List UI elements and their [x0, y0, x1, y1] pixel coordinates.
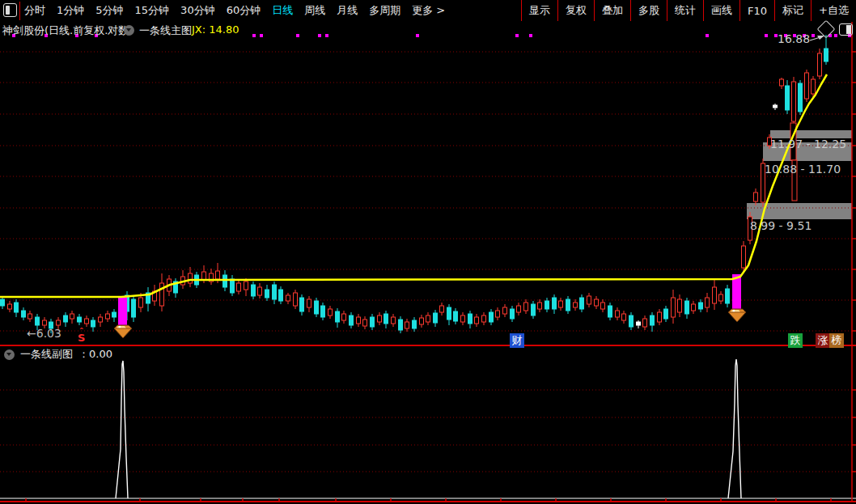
candle-body: [279, 290, 283, 301]
signal-dot: [416, 34, 419, 37]
candle-body: [43, 320, 47, 325]
candle-body: [112, 312, 117, 317]
gap-band-label-2: 10.88 - 11.70: [765, 163, 841, 176]
candle-body: [413, 320, 417, 328]
sub-chart-header: 一条线副图 ：0.00: [4, 347, 112, 362]
signal-spike: [116, 361, 128, 498]
candle-body: [160, 283, 164, 306]
signal-dot: [515, 34, 519, 37]
gap-band-label-3: 8.99 - 9.51: [750, 219, 812, 232]
signal-dot: [325, 34, 328, 37]
stock-title: 神剑股份(日线.前复权.对数): [2, 23, 133, 38]
signal-dot: [834, 34, 837, 37]
candle-body: [672, 298, 676, 317]
candle-body: [139, 298, 143, 307]
candle-body: [15, 303, 19, 312]
badge-finance[interactable]: 财: [510, 333, 524, 348]
badge-rank[interactable]: 榜: [829, 333, 844, 348]
candle-body: [580, 298, 584, 309]
candle-body: [426, 316, 430, 322]
candle-body: [706, 298, 710, 307]
signal-dot: [296, 34, 299, 37]
candle-body: [650, 316, 655, 325]
candle-body: [223, 275, 227, 287]
candle-body: [70, 314, 74, 319]
candle-body: [461, 316, 465, 322]
candle-body: [818, 53, 822, 76]
candle-body: [350, 316, 354, 325]
candle-body: [85, 319, 89, 324]
candle-body: [363, 320, 367, 326]
candle-body: [786, 86, 790, 110]
candle-body: [202, 272, 206, 280]
candle-body: [773, 105, 778, 108]
chevron-down-circle-icon[interactable]: [4, 349, 15, 360]
candle-body: [378, 316, 382, 322]
candle-body: [294, 293, 298, 306]
candle-body: [658, 312, 662, 322]
candle-body: [28, 314, 32, 319]
candle-body: [587, 296, 591, 304]
badge-fall[interactable]: 跌: [788, 333, 803, 348]
candle-body: [132, 299, 136, 317]
candle-body: [482, 316, 486, 322]
candle-body: [91, 320, 95, 327]
candle-body: [595, 299, 599, 306]
badge-rise[interactable]: 涨: [816, 333, 830, 348]
candle-body: [678, 299, 682, 312]
candle-body: [22, 311, 26, 317]
buy-signal-bar: [118, 296, 127, 326]
candle-body: [237, 283, 241, 291]
candle-body: [608, 306, 612, 317]
candle-body: [574, 303, 578, 307]
low-price-callout: ←6.03: [27, 327, 61, 340]
candle-body: [307, 299, 311, 307]
candle-body: [244, 282, 248, 290]
one-line-ma: [0, 74, 827, 297]
trading-app-window: 分时 1分钟 5分钟 15分钟 30分钟 60分钟 日线 周线 月线 多周期 更…: [0, 0, 856, 504]
candle-body: [99, 317, 103, 322]
candle-body: [405, 322, 409, 328]
kline-chart-canvas[interactable]: [0, 0, 856, 504]
candle-body: [57, 320, 61, 325]
candle-body: [440, 306, 444, 312]
candle-body: [447, 307, 451, 320]
candle-body: [719, 294, 723, 301]
candle-body: [553, 298, 557, 309]
candle-body: [36, 317, 40, 325]
candle-body: [336, 311, 340, 322]
candle-body: [503, 307, 507, 314]
signal-dot: [529, 34, 532, 37]
chevron-down-circle-icon[interactable]: [124, 25, 134, 36]
candle-body: [742, 246, 746, 268]
candle-body: [538, 303, 542, 309]
candle-body: [559, 301, 563, 307]
signal-dot: [812, 34, 815, 37]
signal-spike: [728, 359, 741, 498]
sub-indicator-name: 一条线副图: [20, 347, 73, 362]
candle-body: [532, 304, 536, 316]
candle-body: [399, 320, 403, 330]
candle-body: [754, 193, 758, 201]
candle-body: [64, 316, 68, 322]
candle-body: [78, 317, 82, 322]
candle-body: [357, 317, 361, 324]
candle-body: [342, 314, 346, 320]
candle-body: [699, 303, 703, 309]
candle-body: [629, 316, 634, 327]
candle-body: [812, 79, 816, 94]
diamond-gem-sparkle: [733, 310, 735, 312]
candle-body: [321, 306, 325, 317]
candle-body: [8, 304, 12, 309]
main-indicator-name: 一条线主图: [139, 23, 192, 38]
candle-body: [371, 317, 375, 327]
candle-body: [601, 303, 605, 309]
candle-body: [392, 317, 396, 324]
candle-body: [792, 82, 796, 121]
diamond-gem-sparkle: [119, 326, 121, 328]
signal-dot: [260, 34, 263, 37]
high-price-callout: 16.88: [778, 32, 810, 45]
candle-body: [189, 273, 193, 283]
candle-body: [726, 289, 730, 303]
split-window-icon[interactable]: [839, 23, 853, 36]
